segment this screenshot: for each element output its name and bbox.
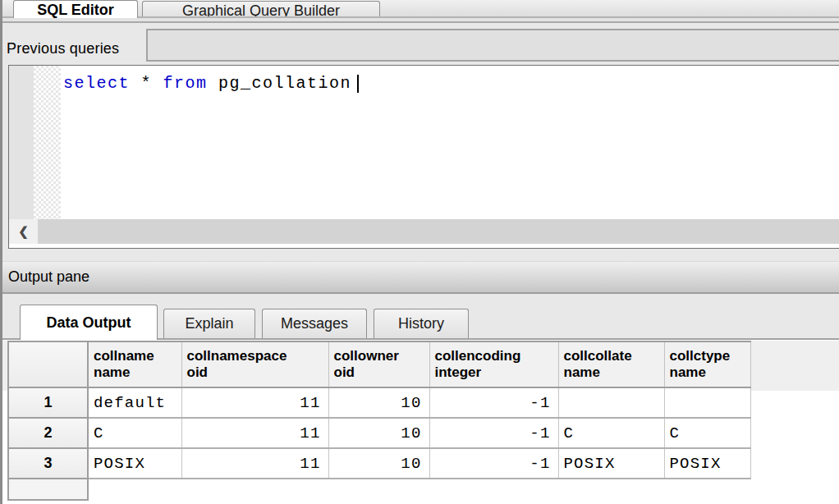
- column-name: collnamespace: [187, 348, 323, 364]
- text-cursor: [357, 75, 359, 93]
- table-row: 1 default 11 10 -1: [8, 387, 750, 418]
- cell-collcollate[interactable]: C: [558, 418, 664, 448]
- table-row: 3 POSIX 11 10 -1 POSIX POSIX: [8, 448, 750, 479]
- tab-messages[interactable]: Messages: [262, 309, 367, 338]
- cell-collctype[interactable]: [664, 387, 750, 418]
- tab-sql-editor-label: SQL Editor: [37, 2, 114, 19]
- editor-line-number-margin: [9, 66, 34, 219]
- column-name: collowner: [334, 348, 424, 364]
- empty-row-number: [8, 479, 88, 500]
- column-type: name: [564, 364, 659, 381]
- output-pane-caption[interactable]: Output pane: [2, 261, 839, 294]
- tab-graphical-query-builder[interactable]: Graphical Query Builder: [142, 1, 380, 18]
- sql-space-1: [130, 74, 141, 93]
- sql-keyword-from: from: [163, 74, 208, 93]
- tab-data-output-label: Data Output: [47, 314, 131, 332]
- column-name: collencoding: [435, 348, 553, 364]
- previous-queries-combo[interactable]: [146, 29, 839, 62]
- cell-collcollate[interactable]: [558, 387, 664, 418]
- table-row: 2 C 11 10 -1 C C: [8, 418, 750, 448]
- column-header-collcollate[interactable]: collcollate name: [558, 341, 664, 387]
- cell-collnamespace[interactable]: 11: [181, 387, 328, 418]
- scroll-left-icon: ❮: [18, 224, 29, 239]
- output-tabbar: Data Output Explain Messages History: [2, 304, 839, 340]
- column-type: name: [670, 364, 745, 381]
- sql-keyword-select: select: [63, 74, 130, 93]
- column-name: collcollate: [564, 348, 659, 364]
- row-number[interactable]: 3: [8, 448, 88, 479]
- scrollbar-left-button[interactable]: ❮: [9, 219, 38, 244]
- column-header-collctype[interactable]: collctype name: [664, 341, 750, 387]
- sql-star: *: [141, 74, 153, 93]
- column-type: integer: [435, 364, 553, 381]
- tab-explain[interactable]: Explain: [163, 309, 255, 338]
- tab-messages-label: Messages: [281, 315, 348, 332]
- column-name: collname: [94, 348, 177, 364]
- column-name: collctype: [670, 348, 745, 364]
- empty-next-row: [8, 479, 750, 500]
- editor-fold-margin: [34, 66, 61, 219]
- data-output-grid: collname name collnamespace oid collowne…: [2, 340, 839, 504]
- editor-horizontal-scrollbar[interactable]: ❮: [9, 219, 839, 244]
- cell-collowner[interactable]: 10: [328, 418, 429, 448]
- cell-collctype[interactable]: POSIX: [664, 448, 750, 479]
- cell-collowner[interactable]: 10: [328, 448, 429, 479]
- cell-collname[interactable]: default: [88, 387, 181, 418]
- header-row: collname name collnamespace oid collowne…: [8, 341, 750, 387]
- scrollbar-track[interactable]: [38, 219, 839, 244]
- column-header-collnamespace[interactable]: collnamespace oid: [181, 341, 328, 387]
- previous-queries-row: Previous queries: [2, 25, 839, 65]
- tab-history[interactable]: History: [374, 309, 469, 338]
- sql-space-3: [208, 74, 219, 93]
- tab-explain-label: Explain: [185, 315, 233, 332]
- sql-identifier: pg_collation: [218, 74, 351, 93]
- cell-collencoding[interactable]: -1: [429, 448, 558, 479]
- cell-collname[interactable]: POSIX: [88, 448, 181, 479]
- result-table: collname name collnamespace oid collowne…: [7, 341, 751, 501]
- cell-collnamespace[interactable]: 11: [181, 448, 328, 479]
- column-type: name: [94, 364, 177, 381]
- cell-collencoding[interactable]: -1: [429, 418, 558, 448]
- cell-collname[interactable]: C: [88, 418, 181, 448]
- row-number[interactable]: 2: [8, 418, 88, 448]
- cell-collnamespace[interactable]: 11: [181, 418, 328, 448]
- tab-data-output[interactable]: Data Output: [20, 305, 158, 340]
- empty-row-space: [88, 479, 750, 500]
- cell-collcollate[interactable]: POSIX: [558, 448, 664, 479]
- grid-corner-cell[interactable]: [8, 341, 88, 387]
- sql-query-line[interactable]: select * from pg_collation: [63, 74, 359, 93]
- column-type: oid: [334, 364, 424, 381]
- cell-collencoding[interactable]: -1: [429, 387, 558, 418]
- cell-collowner[interactable]: 10: [328, 387, 429, 418]
- column-header-collname[interactable]: collname name: [88, 341, 181, 387]
- cell-collctype[interactable]: C: [664, 418, 750, 448]
- sql-editor-panel[interactable]: select * from pg_collation ❮: [8, 65, 839, 249]
- editor-tabbar: SQL Editor Graphical Query Builder: [2, 0, 839, 16]
- sql-space-2: [152, 74, 163, 93]
- output-pane-caption-label: Output pane: [8, 268, 89, 285]
- column-type: oid: [187, 364, 323, 381]
- tab-sql-editor[interactable]: SQL Editor: [13, 0, 138, 18]
- column-header-collencoding[interactable]: collencoding integer: [429, 341, 558, 387]
- tab-history-label: History: [398, 315, 444, 332]
- row-number[interactable]: 1: [8, 387, 88, 418]
- column-header-collowner[interactable]: collowner oid: [328, 341, 429, 387]
- window-left-border: [0, 0, 2, 504]
- previous-queries-label: Previous queries: [7, 40, 119, 57]
